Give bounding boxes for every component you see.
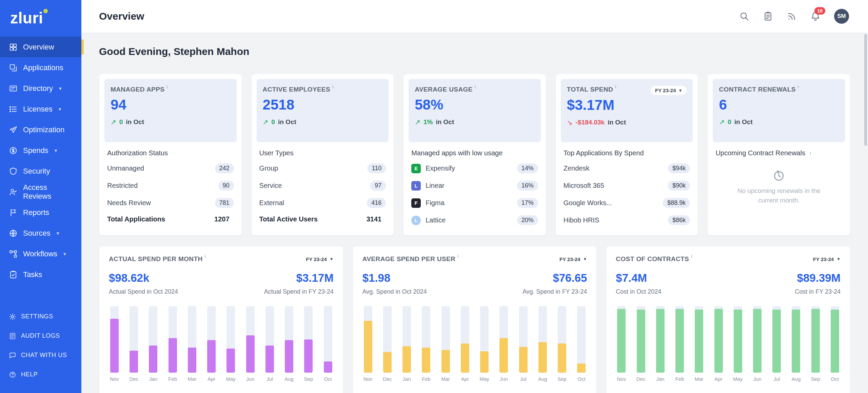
fiscal-year-dropdown[interactable]: FY 23-24 ▼	[813, 256, 841, 262]
empty-state-text: No upcoming renewals in the current mont…	[736, 186, 821, 205]
search-icon[interactable]	[739, 11, 749, 21]
bar-column[interactable]: Nov	[110, 306, 119, 382]
clipboard-icon[interactable]	[763, 11, 773, 21]
list-item[interactable]: Restricted 90	[107, 177, 234, 194]
bar-column[interactable]: Jun	[246, 306, 255, 382]
list-item[interactable]: External 416	[259, 194, 386, 212]
bar-column[interactable]: Aug	[792, 306, 800, 382]
bar-column[interactable]: Nov	[617, 306, 626, 382]
sidebar-item-access-reviews[interactable]: Access Reviews	[0, 181, 81, 202]
bar-column[interactable]: Oct	[577, 306, 586, 382]
info-icon[interactable]: i	[615, 84, 616, 92]
bar-column[interactable]: Aug	[285, 306, 293, 382]
list-item[interactable]: Zendesk $94k	[564, 160, 690, 177]
page-scrollbar[interactable]	[864, 34, 867, 146]
spends-icon	[9, 146, 18, 155]
bar-column[interactable]: May	[480, 306, 489, 382]
bar-month-label: Jul	[520, 376, 526, 382]
bar-column[interactable]: Jan	[402, 306, 411, 382]
bar-column[interactable]: Sep	[811, 306, 820, 382]
bar-month-label: Feb	[168, 376, 177, 382]
bar-column[interactable]: Feb	[169, 306, 177, 382]
bar-month-label: Mar	[695, 376, 704, 382]
bar-column[interactable]: Apr	[714, 306, 723, 382]
user-avatar[interactable]: SM	[834, 9, 849, 24]
info-icon[interactable]: i	[332, 84, 333, 92]
bar-column[interactable]: Jul	[772, 306, 781, 382]
app-usage-row[interactable]: LLinear16%	[411, 177, 538, 194]
low-usage-apps-section: Managed apps with low usage EExpensify14…	[409, 142, 541, 230]
sidebar-item-sources[interactable]: Sources ▾	[0, 223, 81, 243]
chevron-down-icon: ▾	[59, 85, 62, 92]
app-usage-row[interactable]: EExpensify14%	[411, 160, 538, 177]
bar-column[interactable]: Nov	[364, 306, 372, 382]
row-label: FFigma	[411, 198, 445, 208]
sidebar-item-spends[interactable]: Spends ▾	[0, 140, 81, 161]
info-icon[interactable]: i	[205, 254, 206, 261]
fiscal-year-stat: $3.17M Actual Spend in FY 23-24	[264, 272, 334, 295]
bar-column[interactable]: Jun	[753, 306, 762, 382]
info-icon[interactable]: i	[457, 254, 458, 261]
info-icon[interactable]: i	[691, 254, 692, 261]
fiscal-year-dropdown[interactable]: FY 23-24 ▼	[651, 86, 687, 95]
bar-column[interactable]: Feb	[422, 306, 430, 382]
sidebar-item-directory[interactable]: Directory ▾	[0, 78, 81, 99]
rss-feed-icon[interactable]	[787, 11, 797, 21]
bar-column[interactable]: Jun	[499, 306, 508, 382]
sidebar-item-tasks[interactable]: Tasks	[0, 264, 81, 285]
bar-column[interactable]: Dec	[637, 306, 645, 382]
sidebar-item-optimization[interactable]: Optimization	[0, 119, 81, 140]
app-usage-row[interactable]: LLattice20%	[411, 212, 538, 229]
bar-column[interactable]: Oct	[324, 306, 332, 382]
bar-column[interactable]: Sep	[304, 306, 313, 382]
bar-column[interactable]: Jan	[149, 306, 157, 382]
bar-column[interactable]: Feb	[675, 306, 684, 382]
row-label: Hibob HRIS	[564, 216, 599, 224]
app-usage-row[interactable]: FFigma17%	[411, 194, 538, 212]
bar-column[interactable]: Jul	[519, 306, 528, 382]
list-item[interactable]: Service 97	[259, 177, 386, 194]
bar-fill	[422, 348, 430, 373]
bar-column[interactable]: Apr	[461, 306, 469, 382]
bar-column[interactable]: Aug	[538, 306, 547, 382]
bar-column[interactable]: Oct	[831, 306, 839, 382]
sidebar-item-security[interactable]: Security	[0, 161, 81, 181]
list-item[interactable]: Google Works... $88.9k	[564, 194, 690, 212]
bar-column[interactable]: May	[226, 306, 235, 382]
sidebar-item-settings[interactable]: SETTINGS	[0, 307, 81, 326]
bar-column[interactable]: Dec	[130, 306, 138, 382]
sidebar-item-chat-with-us[interactable]: CHAT WITH US	[0, 346, 81, 365]
chevron-down-icon: ▼	[330, 257, 334, 261]
list-item[interactable]: Microsoft 365 $90k	[564, 177, 690, 194]
app-name: Lattice	[426, 216, 446, 224]
sidebar-item-licenses[interactable]: Licenses ▾	[0, 99, 81, 119]
bar-column[interactable]: May	[734, 306, 742, 382]
bar-column[interactable]: Mar	[441, 306, 450, 382]
info-icon[interactable]: i	[166, 84, 167, 92]
notifications-bell-icon[interactable]: 10	[810, 11, 821, 21]
authorization-status-section: Authorization Status Unmanaged 242 Restr…	[104, 142, 237, 228]
sidebar-item-help[interactable]: HELP	[0, 365, 81, 384]
bar-column[interactable]: Sep	[558, 306, 566, 382]
sidebar-item-reports[interactable]: Reports	[0, 202, 81, 223]
bar-column[interactable]: Mar	[188, 306, 196, 382]
bar-column[interactable]: Mar	[695, 306, 703, 382]
fiscal-year-dropdown[interactable]: FY 23-24 ▼	[306, 256, 333, 262]
bar-column[interactable]: Jan	[656, 306, 665, 382]
info-icon[interactable]: i	[798, 84, 799, 92]
list-item[interactable]: Hibob HRIS $86k	[564, 212, 690, 229]
sidebar-item-workflows[interactable]: Workflows ▾	[0, 243, 81, 264]
info-icon[interactable]: i	[475, 84, 476, 92]
list-item[interactable]: Unmanaged 242	[107, 160, 234, 177]
list-item[interactable]: Needs Review 781	[107, 194, 234, 212]
list-item[interactable]: Group 110	[259, 160, 386, 177]
bar-column[interactable]: Jul	[265, 306, 274, 382]
sidebar-item-overview[interactable]: Overview	[0, 37, 81, 57]
info-icon[interactable]: i	[810, 151, 811, 156]
bar-column[interactable]: Apr	[207, 306, 216, 382]
sidebar-item-audit-logs[interactable]: AUDIT LOGS	[0, 326, 81, 346]
fiscal-year-dropdown[interactable]: FY 23-24 ▼	[559, 256, 587, 262]
bar-column[interactable]: Dec	[383, 306, 392, 382]
zluri-logo[interactable]: zluri	[0, 0, 81, 37]
sidebar-item-applications[interactable]: Applications	[0, 57, 81, 78]
